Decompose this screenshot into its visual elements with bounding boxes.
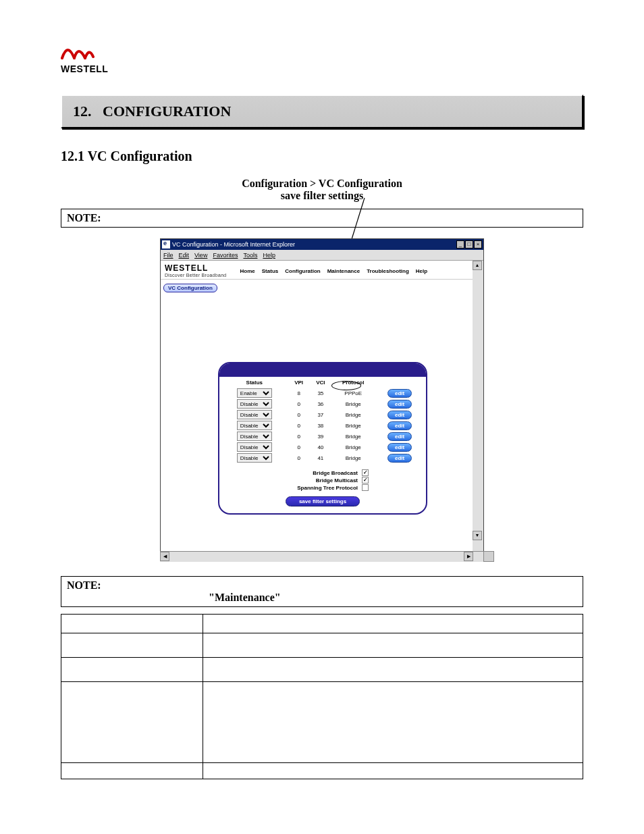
breadcrumb-sub: save filter settings xyxy=(61,190,583,202)
edit-button-3[interactable]: edit xyxy=(387,421,412,430)
maximize-button[interactable]: □ xyxy=(465,240,473,249)
save-filter-settings-button[interactable]: save filter settings xyxy=(286,496,360,506)
top-nav: Home Status Configuration Maintenance Tr… xyxy=(239,267,429,275)
resize-corner xyxy=(483,551,494,562)
table-row: Disable 0 38 Bridge edit xyxy=(222,421,423,430)
section-title: CONFIGURATION xyxy=(103,103,231,120)
menu-tools[interactable]: Tools xyxy=(243,252,257,259)
status-select-2[interactable]: Disable xyxy=(237,410,272,419)
col-protocol: Protocol xyxy=(333,378,373,387)
close-button[interactable]: × xyxy=(474,240,482,249)
minimize-button[interactable]: _ xyxy=(456,240,464,249)
logo-swoosh-icon xyxy=(61,41,95,59)
table-row: Enable 8 35 PPPoE edit xyxy=(222,388,423,398)
note-2-label: NOTE: xyxy=(67,579,101,591)
table-row: Disable 0 39 Bridge edit xyxy=(222,432,423,441)
menu-view[interactable]: View xyxy=(194,252,207,259)
definition-table xyxy=(61,614,583,779)
scroll-up-icon[interactable]: ▲ xyxy=(473,261,482,270)
section-header-bar: 12. CONFIGURATION xyxy=(61,95,583,128)
scroll-left-icon[interactable]: ◀ xyxy=(160,552,169,561)
bridge-broadcast-checkbox[interactable]: ✓ xyxy=(362,469,369,476)
nav-troubleshooting[interactable]: Troubleshooting xyxy=(365,267,410,275)
ie-icon xyxy=(162,240,170,249)
page-brand: WESTELL Discover Better Broadband xyxy=(165,263,227,278)
status-select-5[interactable]: Disable xyxy=(237,442,272,452)
browser-window: VC Configuration - Microsoft Internet Ex… xyxy=(160,238,484,552)
def-row xyxy=(61,615,203,633)
edit-button-2[interactable]: edit xyxy=(387,411,412,419)
col-status: Status xyxy=(222,378,287,387)
menu-help[interactable]: Help xyxy=(263,252,275,259)
table-row: Disable 0 37 Bridge edit xyxy=(222,410,423,419)
edit-button-5[interactable]: edit xyxy=(387,443,412,452)
status-select-3[interactable]: Disable xyxy=(237,421,272,430)
table-row: Disable 0 36 Bridge edit xyxy=(222,399,423,409)
def-row xyxy=(61,763,203,779)
scroll-down-icon[interactable]: ▼ xyxy=(473,531,482,540)
note-2-emphasis: "Maintenance" xyxy=(209,592,577,604)
edit-button-4[interactable]: edit xyxy=(387,432,412,441)
col-vpi: VPI xyxy=(290,378,308,387)
brand-logo: WESTELL xyxy=(61,41,583,74)
edit-button-1[interactable]: edit xyxy=(387,400,412,409)
menu-edit[interactable]: Edit xyxy=(179,252,190,259)
logo-text: WESTELL xyxy=(61,63,583,74)
scroll-right-icon[interactable]: ▶ xyxy=(464,552,473,561)
nav-help[interactable]: Help xyxy=(414,267,429,275)
panel-header-bar xyxy=(219,363,426,377)
menu-favorites[interactable]: Favorites xyxy=(213,252,238,259)
table-row: Disable 0 41 Bridge edit xyxy=(222,453,423,463)
nav-status[interactable]: Status xyxy=(261,267,279,275)
bridge-multicast-label: Bridge Multicast xyxy=(277,477,358,484)
menu-file[interactable]: File xyxy=(163,252,173,259)
status-select-4[interactable]: Disable xyxy=(237,432,272,441)
spanning-tree-checkbox[interactable] xyxy=(362,484,369,491)
horizontal-scrollbar[interactable]: ◀ ▶ xyxy=(160,551,484,562)
vc-table: Status VPI VCI Protocol Enable 8 35 PPPo… xyxy=(219,377,426,464)
note-box-2: NOTE: "Maintenance" xyxy=(61,576,583,607)
edit-button-0[interactable]: edit xyxy=(387,389,412,398)
col-edit xyxy=(376,378,423,387)
section-number: 12. xyxy=(73,103,92,120)
col-vci: VCI xyxy=(311,378,331,387)
def-row xyxy=(61,633,203,658)
browser-titlebar: VC Configuration - Microsoft Internet Ex… xyxy=(161,239,483,250)
breadcrumb-line: Configuration > VC Configuration xyxy=(61,178,583,190)
vc-config-panel: Status VPI VCI Protocol Enable 8 35 PPPo… xyxy=(218,362,427,515)
nav-maintenance[interactable]: Maintenance xyxy=(326,267,361,275)
bridge-multicast-checkbox[interactable]: ✓ xyxy=(362,477,369,484)
subsection-heading: 12.1 VC Configuration xyxy=(61,149,583,164)
def-row xyxy=(61,658,203,682)
bridge-broadcast-label: Bridge Broadcast xyxy=(277,470,358,476)
vertical-scrollbar[interactable]: ▲ ▼ xyxy=(473,261,483,551)
nav-configuration[interactable]: Configuration xyxy=(284,267,321,275)
browser-content: WESTELL Discover Better Broadband Home S… xyxy=(161,261,483,551)
status-select-0[interactable]: Enable xyxy=(237,388,272,398)
nav-home[interactable]: Home xyxy=(239,267,257,275)
window-title: VC Configuration - Microsoft Internet Ex… xyxy=(172,241,456,248)
table-row: Disable 0 40 Bridge edit xyxy=(222,442,423,452)
browser-menubar: File Edit View Favorites Tools Help xyxy=(161,250,483,261)
status-select-6[interactable]: Disable xyxy=(237,453,272,463)
note-1-label: NOTE: xyxy=(67,212,101,224)
status-select-1[interactable]: Disable xyxy=(237,399,272,409)
edit-button-6[interactable]: edit xyxy=(387,454,412,463)
sidebar-vc-configuration[interactable]: VC Configuration xyxy=(163,284,217,292)
def-row xyxy=(61,682,203,763)
spanning-tree-label: Spanning Tree Protocol xyxy=(277,485,358,491)
note-box-1: NOTE: xyxy=(61,209,583,228)
